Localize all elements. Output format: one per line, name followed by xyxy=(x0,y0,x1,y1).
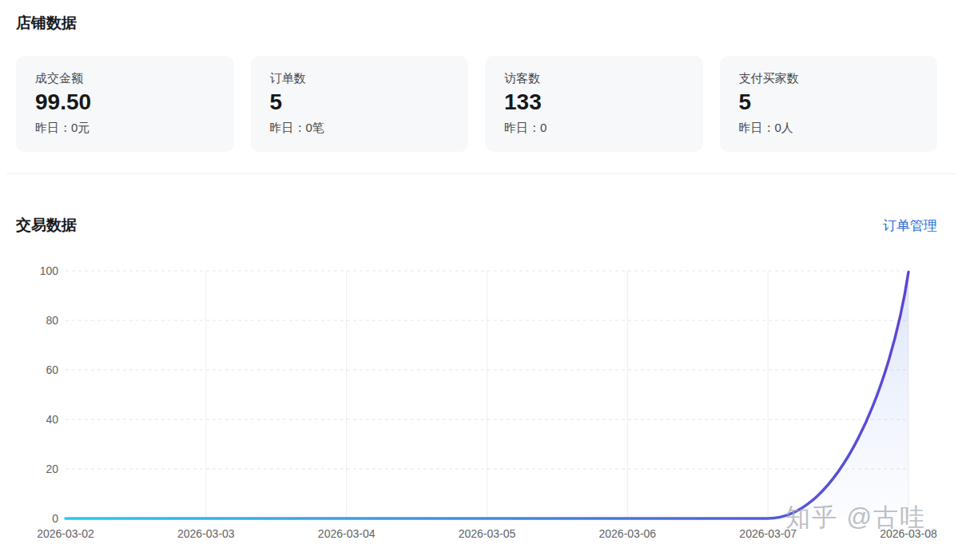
stat-card-gmv: 成交金额 99.50 昨日：0元 xyxy=(16,56,234,152)
trade-section-header: 交易数据 订单管理 xyxy=(16,215,937,236)
x-tick-label: 2026-03-05 xyxy=(459,527,516,540)
watermark: 知乎 @古哇 xyxy=(785,501,926,534)
section-divider xyxy=(6,173,956,174)
stat-yesterday: 昨日：0 xyxy=(504,121,684,135)
stat-value: 99.50 xyxy=(35,89,215,115)
stat-card-orders: 订单数 5 昨日：0笔 xyxy=(251,56,469,152)
y-tick-label: 80 xyxy=(46,314,58,327)
stat-yesterday: 昨日：0人 xyxy=(739,121,919,135)
stat-value: 5 xyxy=(270,89,450,115)
stat-label: 成交金额 xyxy=(35,71,215,85)
x-tick-label: 2026-03-02 xyxy=(37,527,94,540)
x-tick-label: 2026-03-06 xyxy=(599,527,657,540)
order-management-link[interactable]: 订单管理 xyxy=(883,216,937,235)
trade-section-title: 交易数据 xyxy=(16,215,77,236)
y-tick-label: 40 xyxy=(46,413,58,426)
stat-label: 支付买家数 xyxy=(739,71,919,85)
stat-value: 133 xyxy=(504,89,684,115)
x-tick-label: 2026-03-03 xyxy=(177,527,235,540)
stat-yesterday: 昨日：0元 xyxy=(35,121,215,135)
stat-card-visitors: 访客数 133 昨日：0 xyxy=(485,56,703,152)
stat-value: 5 xyxy=(739,89,919,115)
x-gridlines xyxy=(206,271,908,518)
stat-yesterday: 昨日：0笔 xyxy=(270,121,450,135)
y-axis-labels: 020406080100 xyxy=(40,264,59,525)
y-tick-label: 60 xyxy=(46,363,58,376)
page-title: 店铺数据 xyxy=(16,13,77,34)
y-tick-label: 100 xyxy=(40,264,59,277)
y-tick-label: 0 xyxy=(52,512,58,525)
stat-card-paying-buyers: 支付买家数 5 昨日：0人 xyxy=(720,56,938,152)
y-tick-label: 20 xyxy=(46,463,58,475)
x-tick-label: 2026-03-04 xyxy=(318,527,376,540)
stat-label: 访客数 xyxy=(504,71,684,85)
stat-label: 订单数 xyxy=(270,71,450,85)
stat-cards: 成交金额 99.50 昨日：0元 订单数 5 昨日：0笔 访客数 133 昨日：… xyxy=(16,56,937,152)
